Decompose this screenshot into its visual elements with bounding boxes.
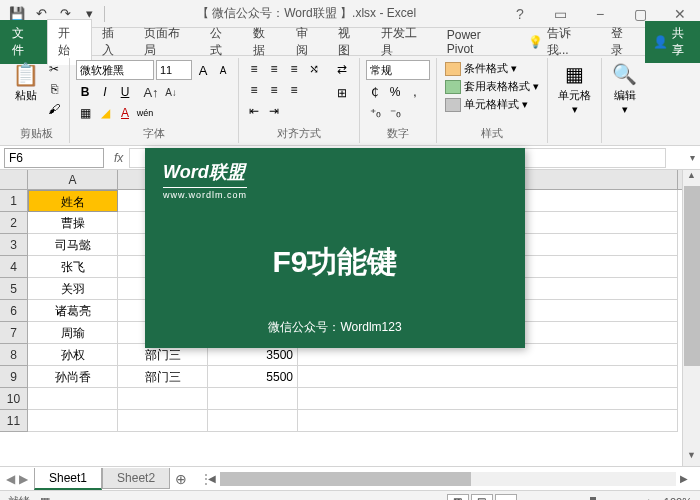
cell[interactable]: 孙尚香 [28, 366, 118, 388]
cell[interactable]: 姓名 [28, 190, 118, 212]
cell[interactable] [118, 410, 208, 432]
orientation-icon[interactable]: ⤭ [305, 60, 323, 78]
align-bot-icon[interactable]: ≡ [285, 60, 303, 78]
indent-dec-icon[interactable]: ⇤ [245, 102, 263, 120]
merge-icon[interactable]: ⊞ [331, 84, 353, 102]
font-size-select[interactable] [156, 60, 192, 80]
cell[interactable]: 部门三 [118, 366, 208, 388]
row-header[interactable]: 1 [0, 190, 28, 212]
share-button[interactable]: 👤共享 [645, 21, 700, 63]
cell[interactable]: 孙权 [28, 344, 118, 366]
indent-inc-icon[interactable]: ⇥ [265, 102, 283, 120]
scroll-up-icon[interactable]: ▲ [683, 170, 700, 186]
cell[interactable] [298, 410, 678, 432]
tab-review[interactable]: 审阅 [286, 20, 329, 64]
grow-font-icon[interactable]: A [194, 61, 212, 79]
tab-data[interactable]: 数据 [243, 20, 286, 64]
cell[interactable] [28, 388, 118, 410]
cell-style-button[interactable]: 单元格样式▾ [443, 96, 541, 113]
fill-color-icon[interactable]: ◢ [96, 104, 114, 122]
row-header[interactable]: 6 [0, 300, 28, 322]
bold-button[interactable]: B [76, 83, 94, 101]
formula-expand-icon[interactable]: ▾ [684, 152, 700, 163]
zoom-out-button[interactable]: − [525, 496, 539, 501]
font-bigger-icon[interactable]: A↑ [142, 83, 160, 101]
login-button[interactable]: 登录 [601, 20, 643, 64]
cell[interactable]: 张飞 [28, 256, 118, 278]
font-name-select[interactable] [76, 60, 154, 80]
scroll-thumb[interactable] [684, 186, 700, 366]
cell[interactable] [298, 366, 678, 388]
add-sheet-button[interactable]: ⊕ [170, 471, 192, 487]
tab-formulas[interactable]: 公式 [200, 20, 243, 64]
align-center-icon[interactable]: ≡ [265, 81, 283, 99]
copy-icon[interactable]: ⎘ [45, 80, 63, 98]
dec-decimal-icon[interactable]: ⁻₀ [386, 104, 404, 122]
cell[interactable] [208, 410, 298, 432]
name-box[interactable] [4, 148, 104, 168]
format-painter-icon[interactable]: 🖌 [45, 100, 63, 118]
cell[interactable]: 司马懿 [28, 234, 118, 256]
sheet-nav-left-icon[interactable]: ◀ [6, 472, 15, 486]
align-right-icon[interactable]: ≡ [285, 81, 303, 99]
hscroll-right-icon[interactable]: ▶ [676, 473, 692, 484]
align-top-icon[interactable]: ≡ [245, 60, 263, 78]
zoom-level[interactable]: 100% [664, 496, 692, 501]
cell[interactable] [298, 388, 678, 410]
phonetic-icon[interactable]: wén [136, 104, 154, 122]
sheet-nav-right-icon[interactable]: ▶ [19, 472, 28, 486]
view-break-icon[interactable]: ▭ [495, 494, 517, 501]
italic-button[interactable]: I [96, 83, 114, 101]
edit-button[interactable]: 🔍编辑▾ [608, 60, 641, 118]
cell[interactable] [208, 388, 298, 410]
font-smaller-icon[interactable]: A↓ [162, 83, 180, 101]
tab-layout[interactable]: 页面布局 [134, 20, 200, 64]
vertical-scrollbar[interactable]: ▲ ▼ [682, 170, 700, 466]
number-format-select[interactable] [366, 60, 430, 80]
row-header[interactable]: 3 [0, 234, 28, 256]
tab-powerpivot[interactable]: Power Pivot [437, 23, 518, 61]
view-normal-icon[interactable]: ▦ [447, 494, 469, 501]
row-header[interactable]: 4 [0, 256, 28, 278]
comma-icon[interactable]: , [406, 83, 424, 101]
zoom-in-button[interactable]: + [641, 496, 655, 501]
underline-button[interactable]: U [116, 83, 134, 101]
inc-decimal-icon[interactable]: ⁺₀ [366, 104, 384, 122]
align-left-icon[interactable]: ≡ [245, 81, 263, 99]
percent-icon[interactable]: % [386, 83, 404, 101]
cell[interactable]: 关羽 [28, 278, 118, 300]
col-header[interactable]: A [28, 170, 118, 189]
cell[interactable]: 诸葛亮 [28, 300, 118, 322]
hscroll-thumb[interactable] [220, 472, 471, 486]
view-layout-icon[interactable]: ▤ [471, 494, 493, 501]
row-header[interactable]: 9 [0, 366, 28, 388]
fx-icon[interactable]: fx [114, 151, 123, 165]
zoom-thumb[interactable] [590, 497, 596, 501]
wrap-text-icon[interactable]: ⇄ [331, 60, 353, 78]
table-format-button[interactable]: 套用表格格式▾ [443, 78, 541, 95]
macro-record-icon[interactable]: ▦ [40, 495, 50, 500]
row-header[interactable]: 2 [0, 212, 28, 234]
select-all-button[interactable] [0, 170, 28, 189]
tab-file[interactable]: 文件 [0, 20, 47, 64]
font-color-icon[interactable]: A [116, 104, 134, 122]
shrink-font-icon[interactable]: A [214, 61, 232, 79]
horizontal-scrollbar[interactable] [220, 472, 676, 486]
hscroll-left-icon[interactable]: ◀ [204, 473, 220, 484]
tab-view[interactable]: 视图 [328, 20, 371, 64]
paste-button[interactable]: 📋 粘贴 [10, 60, 41, 105]
cell[interactable]: 曹操 [28, 212, 118, 234]
sheet-tab-1[interactable]: Sheet1 [34, 468, 102, 490]
tab-insert[interactable]: 插入 [92, 20, 135, 64]
cell[interactable] [118, 388, 208, 410]
currency-icon[interactable]: ₵ [366, 83, 384, 101]
cells-button[interactable]: ▦单元格▾ [554, 60, 595, 118]
cell[interactable]: 5500 [208, 366, 298, 388]
scroll-down-icon[interactable]: ▼ [683, 450, 700, 466]
row-header[interactable]: 5 [0, 278, 28, 300]
cut-icon[interactable]: ✂ [45, 60, 63, 78]
cell[interactable] [28, 410, 118, 432]
border-icon[interactable]: ▦ [76, 104, 94, 122]
row-header[interactable]: 11 [0, 410, 28, 432]
align-mid-icon[interactable]: ≡ [265, 60, 283, 78]
